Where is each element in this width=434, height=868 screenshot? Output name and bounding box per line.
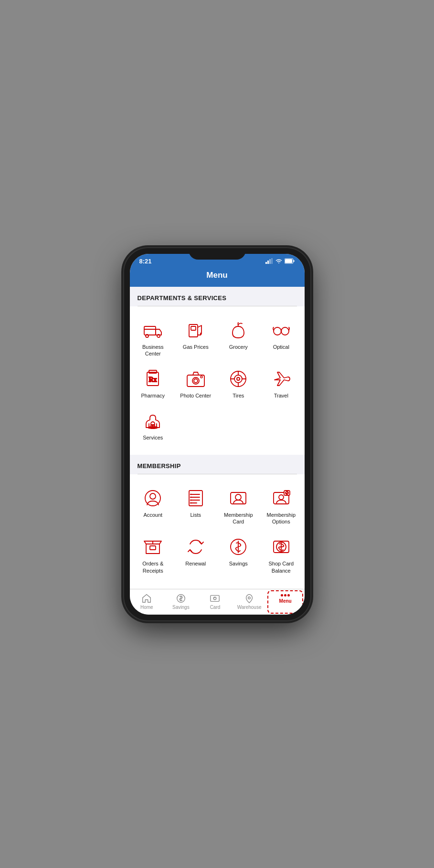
pharmacy-label: Pharmacy	[141, 392, 165, 399]
lists-label: Lists	[190, 512, 201, 518]
svg-rect-0	[265, 262, 267, 264]
services-icon	[142, 410, 163, 431]
dot-1	[281, 594, 283, 596]
membership-section-header: MEMBERSHIP	[130, 455, 305, 474]
departments-grid: BusinessCenter Gas Prices	[130, 311, 305, 450]
membership-options-label: MembershipOptions	[266, 512, 296, 525]
dot-2	[284, 594, 286, 596]
renewal-icon	[185, 536, 206, 557]
menu-item-shop-card-balance[interactable]: Shop CardBalance	[260, 532, 303, 579]
nav-home-label: Home	[140, 605, 153, 610]
card-nav-icon	[210, 593, 220, 604]
header-title: Menu	[206, 271, 227, 280]
warehouse-nav-icon	[244, 593, 254, 604]
svg-rect-12	[191, 326, 196, 330]
plane-icon	[271, 368, 292, 389]
menu-item-membership-options[interactable]: MembershipOptions	[260, 483, 303, 530]
svg-point-15	[281, 327, 289, 335]
shop-card-icon	[271, 536, 292, 557]
savings-icon	[228, 536, 249, 557]
menu-item-business-center[interactable]: BusinessCenter	[132, 315, 175, 362]
membership-card-label: MembershipCard	[224, 512, 253, 525]
svg-point-46	[235, 494, 241, 500]
membership-label: MEMBERSHIP	[138, 462, 181, 470]
menu-item-membership-card[interactable]: MembershipCard	[217, 483, 260, 530]
bottom-nav: Home Savings Card	[130, 589, 305, 615]
menu-item-savings[interactable]: Savings	[217, 532, 260, 579]
nav-warehouse-label: Warehouse	[237, 605, 262, 610]
departments-label: DEPARTMENTS & SERVICES	[138, 294, 227, 302]
svg-rect-7	[144, 326, 156, 335]
tire-icon	[228, 368, 249, 389]
menu-item-travel[interactable]: Travel	[260, 364, 303, 404]
svg-rect-52	[150, 546, 156, 550]
menu-item-photo-center[interactable]: Photo Center	[174, 364, 217, 404]
menu-item-tires[interactable]: Tires	[217, 364, 260, 404]
svg-rect-6	[285, 259, 292, 263]
status-icons	[265, 258, 295, 264]
nav-card-label: Card	[210, 605, 221, 610]
menu-item-orders-receipts[interactable]: Orders &Receipts	[132, 532, 175, 579]
svg-text:Rx: Rx	[149, 376, 157, 383]
business-center-label: BusinessCenter	[142, 344, 164, 357]
travel-label: Travel	[274, 392, 288, 399]
services-label: Services	[143, 434, 163, 441]
gas-prices-label: Gas Prices	[183, 344, 209, 350]
location-icon	[142, 586, 163, 589]
menu-item-lists[interactable]: Lists	[174, 483, 217, 530]
nav-item-warehouse[interactable]: Warehouse	[232, 589, 266, 615]
menu-item-grocery[interactable]: Grocery	[217, 315, 260, 362]
menu-item-account[interactable]: Account	[132, 483, 175, 530]
pharmacy-icon: Rx	[142, 368, 163, 389]
nav-item-savings[interactable]: Savings	[164, 589, 198, 615]
svg-point-26	[237, 377, 240, 380]
notch	[189, 248, 246, 260]
account-icon	[142, 488, 163, 509]
camera-icon	[185, 368, 206, 389]
renewal-label: Renewal	[185, 560, 206, 567]
phone-screen: 8:21	[130, 254, 305, 615]
photo-center-label: Photo Center	[180, 392, 211, 399]
main-content: DEPARTMENTS & SERVICES	[130, 287, 305, 589]
svg-rect-20	[187, 375, 204, 387]
menu-item-pharmacy[interactable]: Rx Pharmacy	[132, 364, 175, 404]
account-label: Account	[143, 512, 162, 518]
menu-item-warehouses[interactable]: Warehouses	[132, 581, 175, 589]
svg-point-35	[150, 493, 156, 499]
glasses-icon	[271, 320, 292, 341]
svg-point-23	[201, 376, 202, 378]
menu-item-services[interactable]: Services	[132, 406, 175, 446]
svg-rect-5	[293, 260, 294, 262]
dot-3	[287, 594, 290, 596]
menu-item-gas-prices[interactable]: Gas Prices	[174, 315, 217, 362]
lists-icon	[185, 488, 206, 509]
app-header: Menu	[130, 267, 305, 287]
menu-dots	[281, 594, 290, 596]
wifi-icon	[275, 258, 283, 264]
menu-item-renewal[interactable]: Renewal	[174, 532, 217, 579]
apple-icon	[228, 320, 249, 341]
svg-point-61	[248, 596, 251, 599]
membership-card-icon	[228, 488, 249, 509]
home-nav-icon	[141, 593, 152, 604]
nav-item-card[interactable]: Card	[198, 589, 233, 615]
grocery-label: Grocery	[229, 344, 248, 350]
savings-label: Savings	[229, 560, 248, 567]
nav-menu-label: Menu	[279, 598, 292, 604]
optical-label: Optical	[273, 344, 289, 350]
svg-point-14	[274, 327, 281, 335]
departments-grid-section: BusinessCenter Gas Prices	[130, 306, 305, 455]
svg-point-22	[194, 379, 198, 383]
savings-nav-icon	[176, 593, 186, 604]
svg-rect-1	[267, 261, 269, 264]
svg-rect-18	[149, 370, 157, 373]
tires-label: Tires	[233, 392, 244, 399]
menu-item-optical[interactable]: Optical	[260, 315, 303, 362]
orders-receipts-label: Orders &Receipts	[142, 560, 163, 574]
nav-item-menu[interactable]: Menu	[267, 590, 304, 614]
gas-icon	[185, 320, 206, 341]
status-time: 8:21	[139, 258, 152, 265]
svg-rect-2	[269, 259, 271, 264]
nav-item-home[interactable]: Home	[130, 589, 164, 615]
svg-point-48	[279, 495, 284, 500]
